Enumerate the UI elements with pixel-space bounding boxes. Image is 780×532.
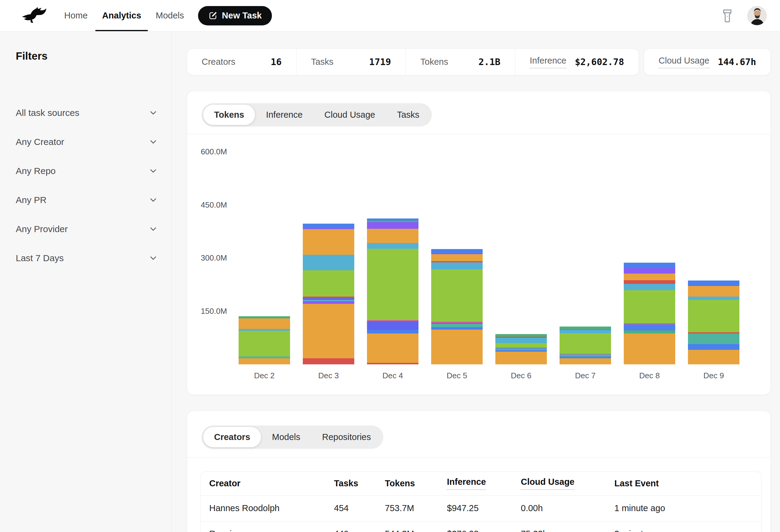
- stat-label[interactable]: Inference: [530, 56, 567, 68]
- chevron-down-icon: [149, 254, 157, 262]
- filter-label: Any Repo: [16, 166, 56, 176]
- x-axis-label: Dec 6: [489, 371, 553, 380]
- bar-segment-orange: [303, 304, 354, 359]
- table-cell: 1 minute ago: [605, 495, 761, 521]
- filter-last-7-days[interactable]: Last 7 Days: [16, 249, 157, 267]
- flashlight-icon[interactable]: [721, 8, 733, 23]
- tab-repositories[interactable]: Repositories: [311, 427, 382, 447]
- bar-segment-lightblue: [303, 255, 354, 271]
- chart-tabs: TokensInferenceCloud UsageTasks: [202, 103, 432, 126]
- stacked-bar[interactable]: [431, 249, 483, 364]
- bar-segment-red: [367, 363, 419, 364]
- bar-segment-teal: [431, 324, 483, 327]
- stacked-bar[interactable]: [559, 326, 611, 364]
- nav-link-analytics[interactable]: Analytics: [95, 0, 148, 31]
- kangaroo-logo-icon: [21, 6, 47, 25]
- bar-segment-orange: [367, 229, 419, 243]
- table-cell: 440: [325, 521, 376, 532]
- bar-column-dec-7: [553, 135, 618, 364]
- x-axis-label: Dec 8: [618, 371, 682, 380]
- column-header-label: Inference: [447, 477, 486, 490]
- column-header-last-event: Last Event: [605, 472, 761, 495]
- bar-segment-blue: [431, 327, 483, 329]
- creators-table: CreatorTasksTokensInferenceCloud UsageLa…: [200, 472, 762, 532]
- stat-label: Creators: [202, 57, 235, 67]
- nav-link-models[interactable]: Models: [148, 0, 191, 31]
- column-header-label: Tokens: [385, 478, 415, 488]
- stacked-bar[interactable]: [303, 224, 354, 364]
- bar-segment-blue: [624, 263, 675, 268]
- stat-value: 1719: [369, 57, 391, 67]
- stacked-bar[interactable]: [624, 263, 675, 364]
- bar-segment-red: [624, 280, 675, 284]
- column-header-cloud-usage[interactable]: Cloud Usage: [512, 472, 605, 495]
- stat-tokens: Tokens2.1B: [405, 49, 515, 75]
- filter-any-pr[interactable]: Any PR: [16, 191, 157, 209]
- chevron-down-icon: [149, 138, 157, 146]
- tab-models[interactable]: Models: [261, 427, 311, 447]
- new-task-button[interactable]: New Task: [198, 6, 272, 25]
- stacked-bar[interactable]: [688, 280, 739, 364]
- chart-card: TokensInferenceCloud UsageTasks 150.0M30…: [187, 91, 771, 395]
- bar-segment-orange: [431, 254, 483, 261]
- tab-tasks[interactable]: Tasks: [386, 105, 430, 125]
- stacked-bar[interactable]: [367, 218, 419, 364]
- chevron-down-icon: [149, 167, 157, 175]
- chevron-down-icon: [149, 225, 157, 233]
- bar-segment-blue: [303, 224, 354, 228]
- bar-segment-orange: [559, 358, 611, 364]
- tab-inference[interactable]: Inference: [255, 105, 313, 125]
- table-row[interactable]: Rooviewer440544.3M$376.2875.23h3 minutes…: [200, 521, 761, 532]
- bar-segment-green: [688, 300, 739, 332]
- bar-segment-orange: [495, 352, 547, 364]
- filter-any-creator[interactable]: Any Creator: [16, 133, 157, 151]
- column-header-inference[interactable]: Inference: [438, 472, 512, 495]
- column-header-label: Tasks: [334, 478, 358, 488]
- stat-label[interactable]: Cloud Usage: [659, 56, 710, 68]
- filter-label: Any Provider: [16, 224, 68, 234]
- y-axis-tick: 450.0M: [201, 200, 227, 210]
- bar-segment-blue: [367, 330, 419, 333]
- x-axis-label: Dec 7: [553, 371, 618, 380]
- bar-segment-indigo: [367, 321, 419, 330]
- tab-cloud-usage[interactable]: Cloud Usage: [313, 105, 386, 125]
- main-content: Creators16Tasks1719Tokens2.1BInference$2…: [172, 32, 780, 532]
- filter-any-repo[interactable]: Any Repo: [16, 162, 157, 180]
- table-cell: Hannes Roodolph: [200, 495, 325, 521]
- bar-segment-green: [495, 343, 547, 348]
- bar-segment-orange: [239, 318, 290, 329]
- bar-segment-orange: [239, 358, 290, 364]
- stat-tasks: Tasks1719: [296, 49, 405, 75]
- table-cell: 3 minutes ago: [605, 521, 761, 532]
- bar-segment-purple: [367, 222, 419, 229]
- bar-segment-purple: [624, 268, 675, 274]
- filter-label: Last 7 Days: [16, 253, 63, 263]
- tokens-bar-chart: 150.0M300.0M450.0M600.0M Dec 2Dec 3Dec 4…: [187, 135, 771, 394]
- column-header-label: Cloud Usage: [521, 477, 574, 490]
- table-row[interactable]: Hannes Roodolph454753.7M$947.250.00h1 mi…: [200, 495, 761, 521]
- stat-value: 144.67h: [718, 57, 756, 67]
- nav-link-home[interactable]: Home: [57, 0, 95, 31]
- bar-column-dec-3: [296, 135, 360, 364]
- bar-segment-orange: [431, 329, 483, 364]
- stat-value: 16: [271, 57, 282, 67]
- bar-segment-blue: [431, 249, 483, 253]
- x-axis-label: Dec 4: [360, 371, 425, 380]
- tab-tokens[interactable]: Tokens: [203, 105, 255, 125]
- avatar[interactable]: [747, 6, 767, 25]
- filter-any-provider[interactable]: Any Provider: [16, 220, 157, 238]
- stats-card-0: Creators16Tasks1719Tokens2.1BInference$2…: [187, 48, 639, 75]
- nav-links: HomeAnalyticsModels: [57, 0, 191, 31]
- bar-column-dec-8: [618, 135, 682, 364]
- bar-segment-green: [239, 331, 290, 357]
- stat-creators: Creators16: [187, 49, 296, 75]
- stacked-bar[interactable]: [239, 316, 290, 364]
- tab-creators[interactable]: Creators: [203, 427, 261, 447]
- stat-label: Tokens: [420, 57, 448, 67]
- bar-segment-green: [559, 333, 611, 354]
- bar-segment-green: [624, 290, 675, 323]
- filter-all-task-sources[interactable]: All task sources: [16, 104, 157, 122]
- breakdown-card: CreatorsModelsRepositories CreatorTasksT…: [187, 411, 771, 532]
- bar-column-dec-2: [232, 135, 296, 364]
- stacked-bar[interactable]: [495, 334, 547, 364]
